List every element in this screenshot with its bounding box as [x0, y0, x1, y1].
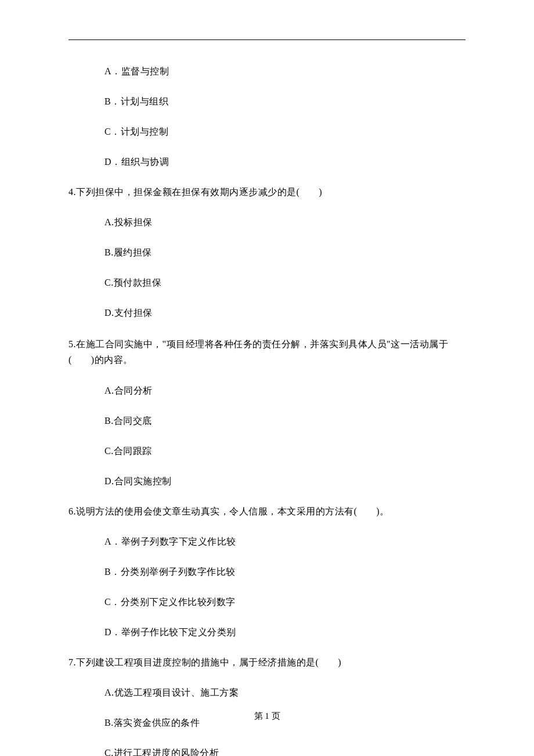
question-4-option-b: B.履约担保 — [68, 246, 466, 260]
question-5-stem: 5.在施工合同实施中，"项目经理将各种任务的责任分解，并落实到具体人员"这一活动… — [68, 336, 466, 368]
question-4-option-c: C.预付款担保 — [68, 276, 466, 290]
option-c: C．计划与控制 — [68, 125, 466, 139]
question-5-option-b: B.合同交底 — [68, 414, 466, 428]
question-7-stem: 7.下列建设工程项目进度控制的措施中，属于经济措施的是( ) — [68, 656, 466, 669]
question-6-stem: 6.说明方法的使用会使文章生动真实，令人信服，本文采用的方法有( )。 — [68, 505, 466, 519]
question-5-option-d: D.合同实施控制 — [68, 474, 466, 488]
question-6-option-a: A．举例子列数字下定义作比较 — [68, 535, 466, 549]
page-number: 第 1 页 — [0, 710, 534, 723]
question-6-option-b: B．分类别举例子列数字作比较 — [68, 565, 466, 579]
question-7-option-c: C.进行工程进度的风险分析 — [68, 746, 466, 756]
option-d: D．组织与协调 — [68, 155, 466, 169]
question-6-option-d: D．举例子作比较下定义分类别 — [68, 625, 466, 639]
question-4-option-d: D.支付担保 — [68, 306, 466, 320]
question-6-option-c: C．分类别下定义作比较列数字 — [68, 595, 466, 609]
question-4-stem: 4.下列担保中，担保金额在担保有效期内逐步减少的是( ) — [68, 185, 466, 199]
question-5-option-a: A.合同分析 — [68, 384, 466, 398]
question-4-option-a: A.投标担保 — [68, 215, 466, 229]
header-rule — [68, 39, 466, 40]
question-7-option-a: A.优选工程项目设计、施工方案 — [68, 686, 466, 700]
page-body: A．监督与控制 B．计划与组织 C．计划与控制 D．组织与协调 4.下列担保中，… — [0, 0, 534, 756]
option-b: B．计划与组织 — [68, 95, 466, 109]
option-a: A．监督与控制 — [68, 64, 466, 78]
question-5-option-c: C.合同跟踪 — [68, 444, 466, 458]
